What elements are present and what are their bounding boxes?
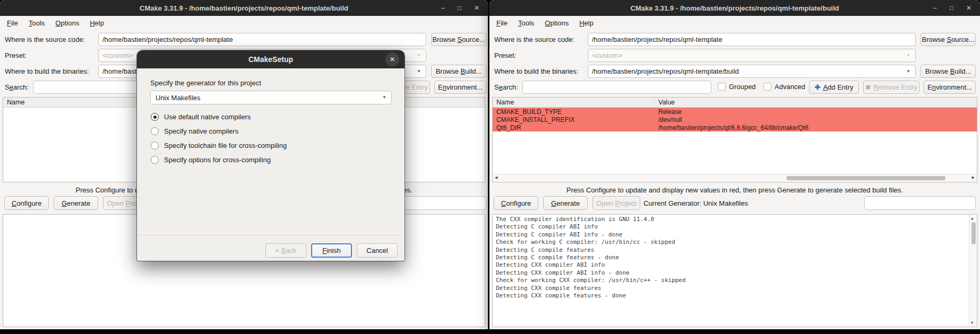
back-button[interactable]: < Back [265, 243, 306, 258]
log-line: Detecting C compile features - done [493, 254, 977, 261]
log-line: Detecting C compiler ABI info - done [493, 231, 977, 239]
dialog-titlebar[interactable]: CMakeSetup ✕ [137, 50, 405, 68]
log-line: Check for working CXX compiler: /usr/bin… [493, 277, 977, 284]
horizontal-scrollbar[interactable]: ◀ ▶ [493, 174, 976, 181]
build-dir-label: Where to build the binaries: [5, 67, 89, 75]
left-menubar: File Tools Options Help [0, 16, 488, 30]
open-project-button[interactable]: Open Project [592, 196, 640, 210]
advanced-checkbox[interactable]: Advanced [763, 83, 805, 91]
radio-default-native-compilers[interactable]: Use default native compilers [151, 113, 251, 121]
environment-button[interactable]: Environment... [434, 81, 486, 94]
table-row[interactable]: CMAKE_BUILD_TYPE Release [493, 108, 977, 116]
radio-crosscompile-options[interactable]: Specify options for cross-compiling [151, 156, 271, 164]
radio-icon [151, 127, 159, 135]
close-icon[interactable]: ✕ [385, 52, 399, 66]
log-line: Detecting C compiler ABI info [493, 223, 977, 231]
cmakesetup-dialog: CMakeSetup ✕ Specify the generator for t… [137, 50, 405, 261]
right-titlebar[interactable]: CMake 3.31.9 - /home/bastien/projects/re… [489, 0, 980, 16]
menu-tools[interactable]: Tools [24, 17, 49, 29]
configure-button[interactable]: Configure [494, 196, 538, 210]
menu-help[interactable]: Help [85, 17, 109, 29]
checkbox-icon [763, 83, 771, 91]
browse-source-button[interactable]: Browse Source... [921, 33, 976, 46]
chevron-down-icon[interactable]: ▼ [906, 69, 910, 74]
finish-button[interactable]: Finish [311, 243, 352, 258]
menu-file[interactable]: File [2, 17, 23, 29]
preset-combo[interactable]: <custom> ▼ [588, 49, 916, 62]
menu-tools[interactable]: Tools [513, 17, 539, 29]
log-line: Detecting CXX compile features [493, 285, 977, 292]
cmake-window-right: CMake 3.31.9 - /home/bastien/projects/re… [489, 0, 980, 329]
log-line: Check for working C compiler: /usr/bin/c… [493, 239, 977, 246]
configure-button[interactable]: Configure [4, 196, 49, 210]
cache-table: Name Value CMAKE_BUILD_TYPE Release CMAK… [492, 97, 977, 182]
remove-entry-button[interactable]: ✖Remove Entry [863, 81, 919, 94]
scroll-left-icon[interactable]: ◀ [495, 175, 497, 180]
radio-toolchain-file[interactable]: Specify toolchain file for cross-compili… [151, 142, 287, 150]
log-line: The CXX compiler identification is GNU 1… [493, 216, 977, 223]
chevron-down-icon[interactable]: ▼ [417, 69, 421, 74]
right-menubar: File Tools Options Help [489, 16, 980, 30]
add-entry-button[interactable]: ✚Add Entry [809, 81, 859, 94]
maximize-icon[interactable]: □ [950, 4, 953, 12]
separator [137, 235, 404, 235]
table-row[interactable]: CMAKE_INSTALL_PREFIX /dev/null [493, 116, 977, 124]
chevron-down-icon: ▼ [382, 95, 386, 100]
radio-selected-icon [151, 113, 159, 121]
scroll-right-icon[interactable]: ▶ [972, 175, 975, 180]
browse-build-button[interactable]: Browse Build... [921, 65, 976, 78]
table-row[interactable]: Qt6_DIR /home/bastien/projects/qt/6.8.6/… [493, 124, 977, 131]
search-input[interactable] [522, 81, 711, 94]
add-icon: ✚ [815, 83, 821, 91]
log-line: Detecting C compile features [493, 247, 977, 254]
menu-options[interactable]: Options [540, 17, 573, 29]
search-label: Search: [494, 83, 518, 91]
output-log[interactable]: The CXX compiler identification is GNU 1… [492, 214, 977, 327]
close-icon[interactable]: ✕ [966, 4, 972, 12]
radio-specify-native-compilers[interactable]: Specify native compilers [151, 127, 238, 135]
search-label: Search: [5, 83, 29, 91]
remove-icon: ✖ [865, 84, 871, 91]
minimize-icon[interactable]: – [933, 4, 937, 12]
scroll-up-icon[interactable]: ▲ [971, 216, 973, 221]
cmake-window-left: CMake 3.31.9 - /home/bastien/projects/re… [0, 0, 488, 329]
left-titlebar[interactable]: CMake 3.31.9 - /home/bastien/projects/re… [0, 0, 488, 16]
menu-options[interactable]: Options [50, 17, 84, 29]
generate-button[interactable]: Generate [54, 196, 98, 210]
minimize-icon[interactable]: – [441, 4, 445, 12]
scrollbar-thumb[interactable] [786, 176, 945, 180]
generator-combo[interactable]: Unix Makefiles ▼ [150, 91, 392, 104]
dialog-title: CMakeSetup [248, 55, 293, 64]
menu-help[interactable]: Help [574, 17, 598, 29]
source-code-input[interactable] [98, 33, 426, 46]
chevron-down-icon: ▼ [906, 54, 910, 58]
build-dir-combo[interactable]: /home/bastien/projects/repos/qml-templat… [588, 65, 916, 78]
environment-button[interactable]: Environment... [924, 81, 976, 94]
column-name[interactable]: Name [493, 99, 655, 106]
build-dir-label: Where to build the binaries: [494, 67, 578, 75]
preset-label: Preset: [494, 51, 516, 59]
screen: CMake 3.31.9 - /home/bastien/projects/re… [0, 0, 980, 334]
maximize-icon[interactable]: □ [458, 4, 461, 12]
checkbox-icon [718, 83, 726, 91]
progress-bar [864, 196, 976, 210]
close-icon[interactable]: ✕ [474, 4, 479, 12]
right-window-title: CMake 3.31.9 - /home/bastien/projects/re… [631, 4, 839, 12]
status-message: Press Configure to update and display ne… [489, 186, 980, 194]
browse-build-button[interactable]: Browse Build... [431, 65, 486, 78]
generate-button[interactable]: Generate [543, 196, 588, 210]
source-code-input[interactable] [588, 33, 916, 46]
generator-prompt: Specify the generator for this project [150, 79, 261, 87]
browse-source-button[interactable]: Browse Source... [431, 33, 486, 46]
cancel-button[interactable]: Cancel [357, 243, 398, 258]
scroll-down-icon[interactable]: ▼ [971, 321, 973, 325]
grouped-checkbox[interactable]: Grouped [718, 83, 756, 91]
menu-file[interactable]: File [492, 17, 512, 29]
table-header[interactable]: Name Value [493, 98, 977, 108]
scrollbar-thumb[interactable] [972, 222, 976, 244]
log-line: Detecting CXX compiler ABI info - done [493, 269, 977, 277]
source-code-label: Where is the source code: [494, 36, 574, 43]
column-value[interactable]: Value [655, 99, 675, 106]
chevron-down-icon: ▼ [417, 54, 421, 58]
current-generator-label: Current Generator: Unix Makefiles [643, 199, 748, 207]
